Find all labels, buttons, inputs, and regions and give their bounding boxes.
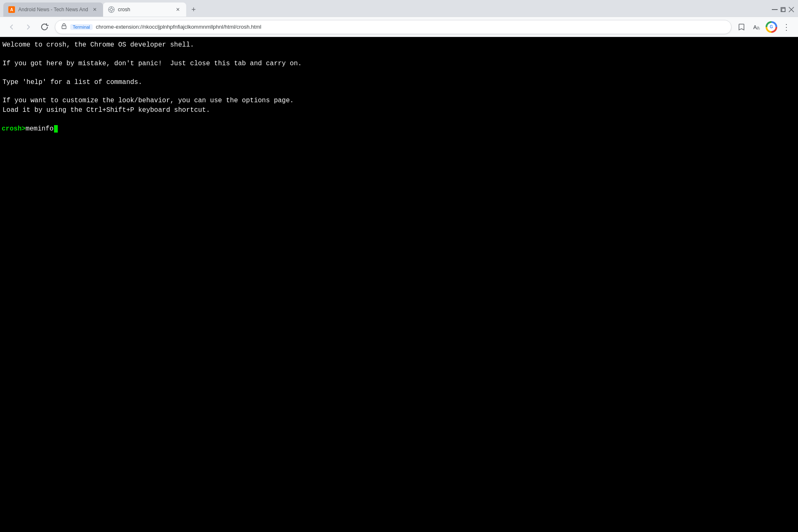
- svg-rect-8: [782, 8, 785, 12]
- url-display: chrome-extension://nkoccljplnhpfnfiajclk…: [96, 24, 725, 30]
- svg-point-1: [110, 8, 113, 11]
- toolbar: Terminal chrome-extension://nkoccljplnhp…: [0, 17, 798, 37]
- title-bar: A Android News - Tech News And ✕ crosh ✕…: [0, 0, 798, 17]
- terminal-help: Type 'help' for a list of commands.: [2, 78, 796, 87]
- terminal-prompt: crosh>: [2, 124, 26, 133]
- tab-title-android: Android News - Tech News And: [18, 7, 88, 12]
- window-controls: [771, 6, 795, 13]
- tab-close-android[interactable]: ✕: [91, 6, 98, 13]
- terminal-welcome: Welcome to crosh, the Chrome OS develope…: [2, 40, 796, 49]
- tab-favicon-android: A: [8, 6, 15, 13]
- terminal-cursor: [54, 125, 58, 133]
- svg-rect-11: [62, 26, 66, 29]
- bookmark-button[interactable]: [735, 20, 748, 34]
- tab-title-crosh: crosh: [118, 7, 171, 12]
- terminal-options2: Load it by using the Ctrl+Shift+P keyboa…: [2, 106, 796, 115]
- reload-button[interactable]: [38, 20, 52, 34]
- terminal-blank1: [2, 49, 796, 59]
- forward-button[interactable]: [22, 20, 35, 34]
- terminal-blank3: [2, 87, 796, 96]
- tab-android-news[interactable]: A Android News - Tech News And ✕: [3, 2, 103, 17]
- terminal-content[interactable]: Welcome to crosh, the Chrome OS develope…: [0, 37, 798, 532]
- google-account-button[interactable]: G: [765, 20, 778, 34]
- browser-frame: A Android News - Tech News And ✕ crosh ✕…: [0, 0, 798, 532]
- menu-button[interactable]: ⋮: [780, 20, 793, 34]
- terminal-options1: If you want to customize the look/behavi…: [2, 96, 796, 105]
- new-tab-button[interactable]: +: [188, 4, 200, 15]
- back-button[interactable]: [5, 20, 18, 34]
- security-icon: [61, 23, 67, 30]
- tab-close-crosh[interactable]: ✕: [175, 6, 181, 13]
- toolbar-actions: Aあ G ⋮: [735, 20, 793, 34]
- google-icon: G: [766, 21, 777, 33]
- site-type-badge: Terminal: [70, 24, 93, 30]
- terminal-command: meminfo: [26, 124, 54, 133]
- tab-crosh[interactable]: crosh ✕: [103, 2, 186, 17]
- maximize-button[interactable]: [780, 6, 786, 13]
- svg-text:あ: あ: [756, 26, 760, 30]
- minimize-button[interactable]: [771, 6, 778, 13]
- svg-rect-6: [772, 9, 778, 10]
- translate-button[interactable]: Aあ: [750, 20, 763, 34]
- tab-favicon-crosh: [108, 6, 115, 13]
- terminal-panic: If you got here by mistake, don't panic!…: [2, 59, 796, 68]
- omnibox[interactable]: Terminal chrome-extension://nkoccljplnhp…: [55, 20, 732, 34]
- terminal-blank2: [2, 68, 796, 77]
- terminal-blank4: [2, 115, 796, 124]
- close-window-button[interactable]: [788, 6, 795, 13]
- terminal-prompt-line[interactable]: crosh> meminfo: [2, 124, 796, 133]
